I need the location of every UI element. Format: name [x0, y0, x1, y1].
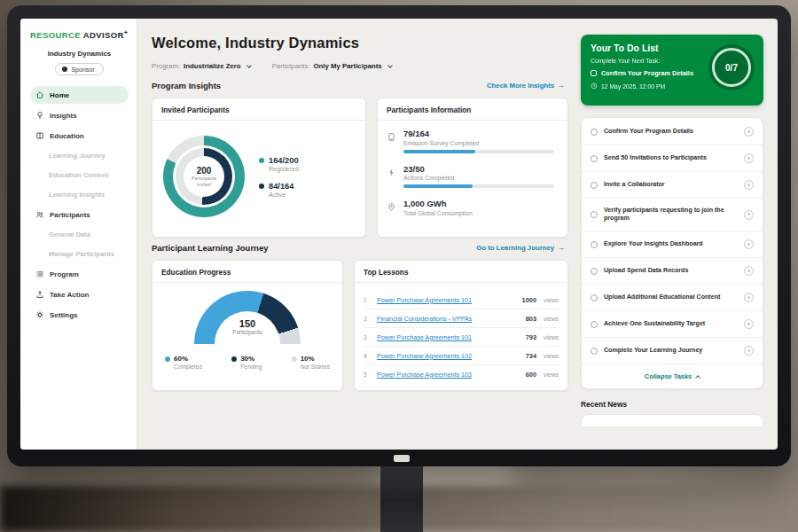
task-row-confirm-program[interactable]: Confirm Your Program Details › [582, 119, 763, 145]
lesson-row: 2 Financial Considerations - VPPAs 803 v… [364, 309, 559, 328]
clock-icon [591, 82, 598, 90]
global-consumption-value: 1,000 GWh [403, 199, 559, 208]
lesson-row: 5 Power Purchase Agreements 103 600 view… [364, 365, 559, 383]
actions-completed-progressbar [403, 184, 554, 188]
go-to-learning-journey-link[interactable]: Go to Learning Journey → [476, 244, 565, 252]
task-row-complete-learning-journey[interactable]: Complete Your Learning Journey › [582, 338, 763, 364]
chevron-right-icon[interactable]: › [744, 153, 754, 163]
actions-completed-value: 23/50 [403, 164, 559, 174]
chevron-right-icon[interactable]: › [744, 319, 754, 329]
participants-information-card: Participants Information 79/164 Emission… [377, 98, 568, 238]
task-row-achieve-target[interactable]: Achieve One Sustainability Target › [582, 311, 763, 338]
checkbox-icon[interactable] [591, 241, 598, 248]
checkbox-icon[interactable] [591, 294, 598, 301]
actions-completed-label: Actions Completed [403, 175, 559, 181]
sidebar-item-take-action[interactable]: Take Action [30, 286, 129, 303]
checkbox-icon[interactable] [591, 70, 597, 76]
not-started-dot-icon [292, 356, 297, 362]
collapse-tasks-label: Collapse Tasks [645, 372, 692, 380]
org-name: Industry Dynamics [30, 50, 129, 58]
lesson-views-label: views [544, 372, 559, 378]
chevron-right-icon[interactable]: › [744, 346, 754, 356]
task-row-upload-educational-content[interactable]: Upload Additional Educational Content › [582, 285, 763, 311]
stat-global-consumption: 1,000 GWh Total Global Consumption [387, 199, 559, 216]
gauge-semi [194, 291, 301, 344]
sidebar-item-general-data[interactable]: General Data [30, 226, 129, 243]
actions-completed-progress-fill [403, 184, 473, 188]
sidebar-item-home[interactable]: Home [30, 86, 129, 104]
chevron-right-icon[interactable]: › [744, 210, 754, 220]
lesson-link[interactable]: Power Purchase Agreements 101 [377, 333, 520, 341]
lesson-link[interactable]: Power Purchase Agreements 101 [377, 296, 517, 304]
sidebar-item-manage-participants[interactable]: Manage Participants [30, 246, 129, 262]
participants-filter-value: Only My Participants [314, 62, 382, 70]
chevron-right-icon[interactable]: › [744, 180, 754, 190]
checkbox-icon[interactable] [591, 155, 598, 162]
registered-value: 164/200 [269, 156, 299, 165]
check-more-insights-link[interactable]: Check More Insights → [487, 82, 565, 90]
task-row-upload-spend-data[interactable]: Upload Spend Data Records › [582, 258, 763, 285]
sidebar-item-learning-insights[interactable]: Learning Insights [30, 186, 129, 203]
learning-journey-title: Participant Learning Journey [152, 243, 268, 253]
not-started-pct: 10% [301, 355, 315, 363]
not-started-label: Not Started [301, 364, 330, 370]
lesson-link[interactable]: Power Purchase Agreements 102 [377, 352, 520, 360]
sidebar-item-program[interactable]: Program [30, 265, 129, 283]
filters-row: Program: Industrialize Zero Participants… [152, 62, 565, 70]
emission-survey-label: Emission Survey Completed [403, 140, 559, 146]
checkbox-icon[interactable] [591, 182, 598, 189]
todo-tasks-card: Confirm Your Program Details › Send 50 I… [581, 117, 763, 389]
task-row-explore-insights[interactable]: Explore Your Insights Dashboard › [582, 231, 763, 258]
sidebar-item-education-content[interactable]: Education Content [30, 167, 129, 184]
sidebar-item-learning-journey[interactable]: Learning Journey [30, 147, 129, 164]
sponsor-badge-label: Sponsor [71, 66, 94, 73]
sidebar-item-settings[interactable]: Settings [30, 306, 129, 324]
chevron-right-icon[interactable]: › [744, 127, 754, 137]
pending-dot-icon [231, 356, 237, 362]
checkbox-icon[interactable] [591, 348, 598, 355]
checkbox-icon[interactable] [591, 321, 598, 328]
program-filter-dropdown[interactable]: Program: Industrialize Zero [152, 62, 251, 70]
pending-label: Pending [240, 364, 262, 370]
top-lessons-title: Top Lessons [355, 268, 567, 283]
chevron-right-icon[interactable]: › [744, 239, 754, 249]
invited-participants-title: Invited Participants [153, 106, 365, 121]
legend-item-registered: 164/200 Registered [259, 156, 299, 172]
brand-plus: + [124, 29, 129, 35]
task-row-verify-participants[interactable]: Verify participants requesting to join t… [582, 199, 763, 231]
education-progress-card: Education Progress 150 Participants [152, 260, 343, 391]
sidebar-item-label: Education Content [49, 171, 109, 179]
task-label: Explore Your Insights Dashboard [604, 240, 738, 248]
sidebar-item-label: Learning Insights [49, 191, 105, 199]
brand-advisor: ADVISOR+ [83, 30, 129, 40]
registered-label: Registered [269, 166, 299, 172]
todo-summary-card: Your To Do List Complete Your Next Task:… [581, 35, 763, 106]
participants-filter-dropdown[interactable]: Participants: Only My Participants [272, 62, 392, 70]
participants-filter-label: Participants: [272, 62, 310, 70]
program-icon [35, 270, 44, 278]
lesson-views-label: views [544, 334, 559, 340]
task-row-send-invitations[interactable]: Send 50 Invitations to Participants › [582, 145, 763, 172]
task-label: Achieve One Sustainability Target [604, 320, 738, 328]
lesson-link[interactable]: Power Purchase Agreements 103 [377, 371, 520, 379]
invited-donut-chart: 200 Participants Invited [163, 136, 245, 217]
chevron-down-icon [387, 63, 393, 68]
program-filter-value: Industrialize Zero [184, 62, 241, 70]
task-row-invite-collaborator[interactable]: Invite a Collaborator › [582, 172, 763, 199]
sidebar-item-education[interactable]: Education [30, 127, 129, 145]
lesson-link[interactable]: Financial Considerations - VPPAs [377, 315, 520, 323]
top-lessons-card: Top Lessons 1 Power Purchase Agreements … [354, 260, 568, 391]
lesson-row: 1 Power Purchase Agreements 101 1000 vie… [364, 291, 559, 309]
sidebar-item-participants[interactable]: Participants [30, 206, 129, 223]
checkbox-icon[interactable] [591, 268, 598, 275]
program-insights-cards: Invited Participants 200 Participants In… [152, 98, 565, 238]
sidebar-item-insights[interactable]: Insights [30, 106, 129, 124]
completed-label: Completed [174, 364, 202, 370]
todo-due-label: 12 May 2025, 12:00 PM [601, 83, 665, 90]
chevron-right-icon[interactable]: › [744, 293, 754, 302]
chevron-right-icon[interactable]: › [744, 266, 754, 276]
collapse-tasks-button[interactable]: Collapse Tasks [582, 364, 763, 387]
location-icon [387, 199, 396, 216]
checkbox-icon[interactable] [591, 129, 598, 136]
checkbox-icon[interactable] [591, 211, 598, 218]
